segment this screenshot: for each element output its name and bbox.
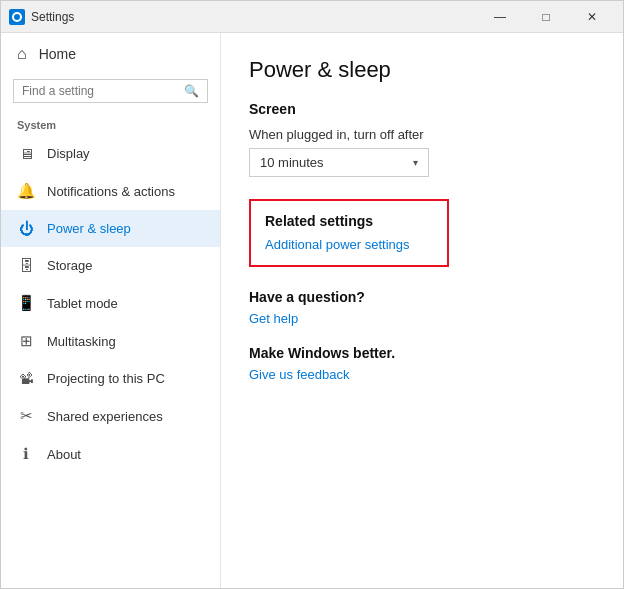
make-better-title: Make Windows better. <box>249 345 595 361</box>
system-section-label: System <box>1 111 220 135</box>
sidebar-item-shared[interactable]: ✂ Shared experiences <box>1 397 220 435</box>
give-feedback-link[interactable]: Give us feedback <box>249 367 349 382</box>
related-settings-title: Related settings <box>265 213 433 229</box>
settings-window: Settings — □ ✕ ⌂ Home 🔍 System 🖥 Display <box>0 0 624 589</box>
sidebar-item-multitasking[interactable]: ⊞ Multitasking <box>1 322 220 360</box>
sidebar-item-about-label: About <box>47 447 81 462</box>
sidebar-item-notifications-label: Notifications & actions <box>47 184 175 199</box>
sidebar-item-power-label: Power & sleep <box>47 221 131 236</box>
have-question-title: Have a question? <box>249 289 595 305</box>
title-bar: Settings — □ ✕ <box>1 1 623 33</box>
sidebar-item-storage[interactable]: 🗄 Storage <box>1 247 220 284</box>
sidebar-item-multitasking-label: Multitasking <box>47 334 116 349</box>
search-input[interactable] <box>22 84 184 98</box>
about-icon: ℹ <box>17 445 35 463</box>
additional-power-settings-link[interactable]: Additional power settings <box>265 237 410 252</box>
dropdown-value: 10 minutes <box>260 155 324 170</box>
make-better-section: Make Windows better. Give us feedback <box>249 345 595 383</box>
app-icon <box>9 9 25 25</box>
sidebar-item-shared-label: Shared experiences <box>47 409 163 424</box>
screen-setting-label: When plugged in, turn off after <box>249 127 595 142</box>
sidebar-home-label: Home <box>39 46 76 62</box>
maximize-button[interactable]: □ <box>523 1 569 33</box>
window-controls: — □ ✕ <box>477 1 615 33</box>
close-button[interactable]: ✕ <box>569 1 615 33</box>
screen-timeout-dropdown[interactable]: 10 minutes ▾ <box>249 148 429 177</box>
display-icon: 🖥 <box>17 145 35 162</box>
sidebar-item-tablet[interactable]: 📱 Tablet mode <box>1 284 220 322</box>
sidebar-item-power[interactable]: ⏻ Power & sleep <box>1 210 220 247</box>
search-box[interactable]: 🔍 <box>13 79 208 103</box>
notifications-icon: 🔔 <box>17 182 35 200</box>
have-question-section: Have a question? Get help <box>249 289 595 327</box>
projecting-icon: 📽 <box>17 370 35 387</box>
shared-icon: ✂ <box>17 407 35 425</box>
window-content: ⌂ Home 🔍 System 🖥 Display 🔔 Notification… <box>1 33 623 588</box>
sidebar-item-about[interactable]: ℹ About <box>1 435 220 473</box>
page-title: Power & sleep <box>249 57 595 83</box>
sidebar-item-projecting[interactable]: 📽 Projecting to this PC <box>1 360 220 397</box>
main-content: Power & sleep Screen When plugged in, tu… <box>221 33 623 588</box>
sidebar-item-display[interactable]: 🖥 Display <box>1 135 220 172</box>
multitasking-icon: ⊞ <box>17 332 35 350</box>
screen-section-title: Screen <box>249 101 595 117</box>
power-icon: ⏻ <box>17 220 35 237</box>
sidebar: ⌂ Home 🔍 System 🖥 Display 🔔 Notification… <box>1 33 221 588</box>
sidebar-item-projecting-label: Projecting to this PC <box>47 371 165 386</box>
minimize-button[interactable]: — <box>477 1 523 33</box>
sidebar-item-display-label: Display <box>47 146 90 161</box>
related-settings-box: Related settings Additional power settin… <box>249 199 449 267</box>
sidebar-item-tablet-label: Tablet mode <box>47 296 118 311</box>
tablet-icon: 📱 <box>17 294 35 312</box>
get-help-link[interactable]: Get help <box>249 311 298 326</box>
search-icon: 🔍 <box>184 84 199 98</box>
sidebar-item-storage-label: Storage <box>47 258 93 273</box>
home-icon: ⌂ <box>17 45 27 63</box>
sidebar-item-home[interactable]: ⌂ Home <box>1 33 220 75</box>
chevron-down-icon: ▾ <box>413 157 418 168</box>
svg-point-0 <box>13 13 21 21</box>
sidebar-item-notifications[interactable]: 🔔 Notifications & actions <box>1 172 220 210</box>
storage-icon: 🗄 <box>17 257 35 274</box>
window-title: Settings <box>31 10 477 24</box>
